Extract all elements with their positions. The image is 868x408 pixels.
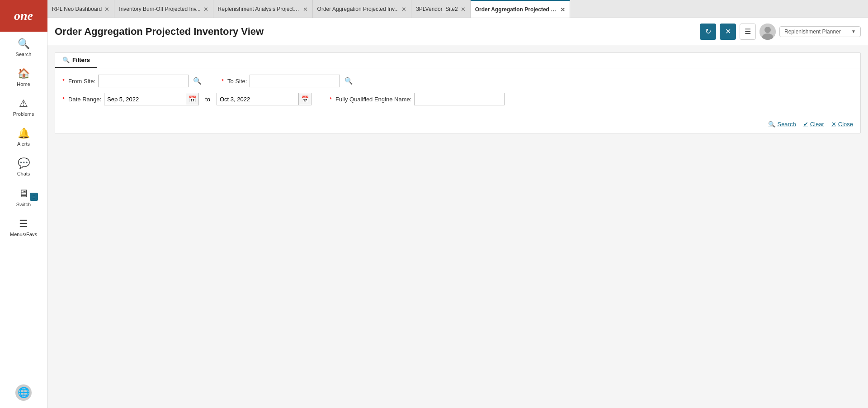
search-icon: 🔍	[18, 38, 30, 50]
logo-text: one	[14, 9, 33, 23]
user-role-dropdown[interactable]: Replenishment Planner ▼	[779, 26, 861, 37]
sidebar-label-search: Search	[16, 52, 32, 57]
from-site-required: *	[62, 78, 65, 85]
close-button[interactable]: ✕	[720, 24, 736, 40]
fqen-input[interactable]	[414, 93, 505, 105]
chevron-down-icon: ▼	[851, 29, 856, 34]
to-site-label: To Site:	[227, 78, 247, 85]
sidebar-item-avatar[interactable]: 🌐	[0, 378, 47, 408]
filters-tab-label: Filters	[72, 57, 90, 63]
filters-panel: 🔍 Filters * From Site: 🔍 * To Sit	[55, 52, 861, 133]
home-icon: 🏠	[18, 68, 30, 80]
tab-3pl-vendor[interactable]: 3PLVendor_Site2 ✕	[411, 0, 471, 18]
content-area: 🔍 Filters * From Site: 🔍 * To Sit	[47, 45, 868, 408]
from-site-label: From Site:	[68, 78, 95, 85]
from-site-group: * From Site: 🔍	[62, 75, 203, 87]
fqen-label: Fully Qualified Engine Name:	[335, 96, 411, 103]
switch-icon: 🖥	[18, 187, 29, 200]
tab-order-agg[interactable]: Order Aggregation Projected Inv... ✕	[313, 0, 412, 18]
search-action-label: Search	[777, 121, 796, 128]
sidebar-item-menus[interactable]: ☰ Menus/Favs	[0, 212, 47, 242]
date-to-wrapper: 📅	[217, 93, 311, 105]
switch-badge: ≡	[30, 193, 38, 201]
date-to-separator: to	[205, 96, 210, 103]
menu-icon: ☰	[19, 218, 28, 230]
page-title: Order Aggregation Projected Inventory Vi…	[55, 26, 700, 38]
header-user-avatar	[760, 24, 776, 40]
tab-rpl-neo[interactable]: RPL Neo Dashboard ✕	[47, 0, 114, 18]
search-action[interactable]: 🔍 Search	[768, 121, 796, 128]
tab-label-replenishment: Replenishment Analysis Projecte...	[218, 6, 300, 12]
refresh-button[interactable]: ↻	[700, 24, 716, 40]
date-to-input[interactable]	[217, 93, 299, 105]
close-action-icon: ✕	[831, 121, 836, 128]
tab-close-replenishment[interactable]: ✕	[303, 6, 308, 12]
main-area: RPL Neo Dashboard ✕ Inventory Burn-Off P…	[47, 0, 868, 408]
chat-icon: 💬	[18, 157, 30, 169]
clear-action[interactable]: ✔ Clear	[803, 121, 824, 128]
close-action[interactable]: ✕ Close	[831, 121, 853, 128]
from-site-search-button[interactable]: 🔍	[191, 77, 203, 85]
to-site-search-button[interactable]: 🔍	[343, 77, 355, 85]
fqen-group: * Fully Qualified Engine Name:	[330, 93, 505, 105]
sidebar-label-menus: Menus/Favs	[10, 232, 37, 237]
filters-actions: 🔍 Search ✔ Clear ✕ Close	[55, 117, 860, 133]
sidebar-item-search[interactable]: 🔍 Search	[0, 32, 47, 62]
filters-row-2: * Date Range: 📅 to 📅 *	[62, 93, 853, 105]
warning-icon: ⚠	[19, 98, 28, 109]
to-site-group: * To Site: 🔍	[222, 75, 355, 87]
user-avatar: 🌐	[15, 384, 32, 401]
filters-tab-filters[interactable]: 🔍 Filters	[55, 53, 97, 68]
header-actions: ↻ ✕ ☰ Replenishment Planner ▼	[700, 24, 861, 40]
date-range-required: *	[62, 96, 65, 103]
tab-order-agg-2[interactable]: Order Aggregation Projected Inv... ✕	[471, 0, 570, 18]
hamburger-button[interactable]: ☰	[740, 24, 756, 40]
filters-row-1: * From Site: 🔍 * To Site: 🔍	[62, 75, 853, 87]
clear-action-label: Clear	[810, 121, 824, 128]
avatar-image	[760, 24, 776, 40]
sidebar-item-switch[interactable]: 🖥 ≡ Switch	[0, 181, 47, 212]
to-site-input[interactable]	[250, 75, 340, 87]
calendar-to-icon[interactable]: 📅	[299, 93, 311, 105]
app-logo[interactable]: one	[0, 0, 47, 32]
close-action-label: Close	[838, 121, 853, 128]
tab-close-rpl-neo[interactable]: ✕	[104, 6, 109, 12]
search-action-icon: 🔍	[768, 121, 775, 128]
from-site-input[interactable]	[98, 75, 189, 87]
tab-close-inventory-burnoff[interactable]: ✕	[203, 6, 208, 12]
sidebar-item-home[interactable]: 🏠 Home	[0, 62, 47, 91]
filters-tabs: 🔍 Filters	[55, 53, 860, 68]
calendar-from-icon[interactable]: 📅	[186, 93, 199, 105]
sidebar-item-chats[interactable]: 💬 Chats	[0, 151, 47, 181]
hamburger-icon: ☰	[745, 27, 751, 36]
filter-icon: 🔍	[62, 57, 70, 63]
sidebar-label-switch: Switch	[16, 202, 31, 207]
tab-label-rpl-neo: RPL Neo Dashboard	[52, 6, 102, 12]
tab-label-order-agg-2: Order Aggregation Projected Inv...	[475, 6, 557, 13]
sidebar-label-chats: Chats	[17, 171, 30, 176]
page-header: Order Aggregation Projected Inventory Vi…	[47, 18, 868, 45]
sidebar-label-home: Home	[17, 81, 30, 87]
date-range-group: * Date Range: 📅 to 📅	[62, 93, 311, 105]
fqen-required: *	[330, 96, 332, 103]
tab-close-order-agg[interactable]: ✕	[401, 6, 406, 12]
date-from-input[interactable]	[104, 93, 186, 105]
tab-bar: RPL Neo Dashboard ✕ Inventory Burn-Off P…	[47, 0, 868, 18]
date-range-label: Date Range:	[68, 96, 101, 103]
clear-action-icon: ✔	[803, 121, 808, 128]
filters-body: * From Site: 🔍 * To Site: 🔍	[55, 68, 860, 117]
tab-close-3pl-vendor[interactable]: ✕	[461, 6, 466, 12]
tab-label-3pl-vendor: 3PLVendor_Site2	[416, 6, 458, 12]
tab-replenishment[interactable]: Replenishment Analysis Projecte... ✕	[213, 0, 313, 18]
tab-label-order-agg: Order Aggregation Projected Inv...	[317, 6, 399, 12]
sidebar-item-alerts[interactable]: 🔔 Alerts	[0, 121, 47, 151]
svg-point-1	[764, 27, 771, 33]
sidebar-label-problems: Problems	[13, 111, 34, 117]
sidebar-item-problems[interactable]: ⚠ Problems	[0, 91, 47, 121]
tab-close-order-agg-2[interactable]: ✕	[560, 7, 565, 13]
bell-icon: 🔔	[18, 128, 30, 139]
sidebar-label-alerts: Alerts	[17, 141, 30, 147]
tab-inventory-burnoff[interactable]: Inventory Burn-Off Projected Inv... ✕	[114, 0, 213, 18]
date-from-wrapper: 📅	[104, 93, 199, 105]
tab-label-inventory-burnoff: Inventory Burn-Off Projected Inv...	[119, 6, 200, 12]
